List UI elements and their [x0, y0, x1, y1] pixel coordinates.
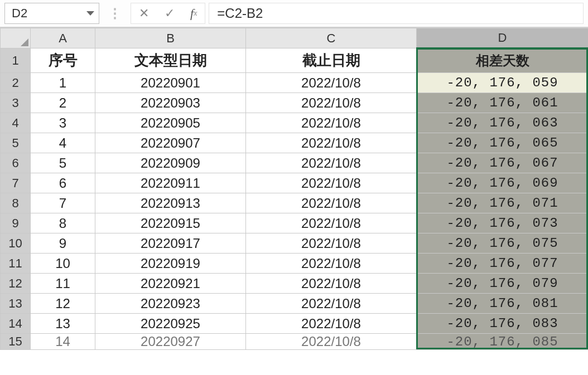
- cell-A8[interactable]: 7: [31, 193, 95, 213]
- col-header-A[interactable]: A: [31, 28, 95, 48]
- cell-B12[interactable]: 20220921: [95, 274, 246, 294]
- cell-B9[interactable]: 20220915: [95, 213, 246, 233]
- cell-B10[interactable]: 20220917: [95, 233, 246, 254]
- cell-A14[interactable]: 13: [31, 314, 95, 334]
- formula-bar: D2 ⋮ ✕ ✓ fx =C2-B2: [0, 0, 588, 28]
- cell-A15[interactable]: 14: [31, 334, 95, 350]
- cell-C8[interactable]: 2022/10/8: [246, 193, 417, 213]
- cell-B6[interactable]: 20220909: [95, 153, 246, 173]
- cell-D3[interactable]: -20, 176, 061: [417, 93, 589, 113]
- cell-D4[interactable]: -20, 176, 063: [417, 113, 589, 133]
- cell-B1[interactable]: 文本型日期: [95, 48, 246, 73]
- col-header-B[interactable]: B: [95, 28, 246, 48]
- select-all-corner[interactable]: [1, 28, 31, 48]
- row-header-3[interactable]: 3: [1, 93, 31, 113]
- cell-A9[interactable]: 8: [31, 213, 95, 233]
- cell-C3[interactable]: 2022/10/8: [246, 93, 417, 113]
- cell-C14[interactable]: 2022/10/8: [246, 314, 417, 334]
- cell-D9[interactable]: -20, 176, 073: [417, 213, 589, 233]
- cell-B2[interactable]: 20220901: [95, 73, 246, 93]
- cell-A5[interactable]: 4: [31, 133, 95, 153]
- row-header-10[interactable]: 10: [1, 233, 31, 254]
- cell-C15[interactable]: 2022/10/8: [246, 334, 417, 350]
- cell-D15[interactable]: -20, 176, 085: [417, 334, 589, 350]
- cell-A3[interactable]: 2: [31, 93, 95, 113]
- fx-icon[interactable]: fx: [190, 7, 197, 20]
- cell-B5[interactable]: 20220907: [95, 133, 246, 153]
- row-header-6[interactable]: 6: [1, 153, 31, 173]
- row-header-13[interactable]: 13: [1, 294, 31, 314]
- cell-C4[interactable]: 2022/10/8: [246, 113, 417, 133]
- cell-D13[interactable]: -20, 176, 081: [417, 294, 589, 314]
- row-header-11[interactable]: 11: [1, 254, 31, 274]
- cell-C12[interactable]: 2022/10/8: [246, 274, 417, 294]
- row-header-7[interactable]: 7: [1, 173, 31, 193]
- cell-C6[interactable]: 2022/10/8: [246, 153, 417, 173]
- cell-C13[interactable]: 2022/10/8: [246, 294, 417, 314]
- row-header-15[interactable]: 15: [1, 334, 31, 350]
- cell-D5[interactable]: -20, 176, 065: [417, 133, 589, 153]
- cell-C1[interactable]: 截止日期: [246, 48, 417, 73]
- cell-D10[interactable]: -20, 176, 075: [417, 233, 589, 254]
- row-header-12[interactable]: 12: [1, 274, 31, 294]
- cell-A4[interactable]: 3: [31, 113, 95, 133]
- name-box-value: D2: [12, 6, 27, 21]
- cell-C2[interactable]: 2022/10/8: [246, 73, 417, 93]
- cell-C5[interactable]: 2022/10/8: [246, 133, 417, 153]
- cell-B15[interactable]: 20220927: [95, 334, 246, 350]
- cell-A13[interactable]: 12: [31, 294, 95, 314]
- cell-B8[interactable]: 20220913: [95, 193, 246, 213]
- cell-C7[interactable]: 2022/10/8: [246, 173, 417, 193]
- col-header-D[interactable]: D: [417, 28, 589, 48]
- cell-A6[interactable]: 5: [31, 153, 95, 173]
- cell-D8[interactable]: -20, 176, 071: [417, 193, 589, 213]
- row-header-1[interactable]: 1: [1, 48, 31, 73]
- cell-B11[interactable]: 20220919: [95, 254, 246, 274]
- cell-D12[interactable]: -20, 176, 079: [417, 274, 589, 294]
- cell-D2[interactable]: -20, 176, 059: [417, 73, 589, 93]
- col-header-C[interactable]: C: [246, 28, 417, 48]
- formula-text: =C2-B2: [217, 6, 263, 21]
- cancel-icon[interactable]: ✕: [139, 7, 149, 20]
- cell-B4[interactable]: 20220905: [95, 113, 246, 133]
- cell-B14[interactable]: 20220925: [95, 314, 246, 334]
- cell-B13[interactable]: 20220923: [95, 294, 246, 314]
- cell-D6[interactable]: -20, 176, 067: [417, 153, 589, 173]
- formula-bar-buttons: ✕ ✓ fx: [131, 3, 205, 24]
- formula-bar-separator: ⋮: [103, 6, 127, 21]
- cell-C9[interactable]: 2022/10/8: [246, 213, 417, 233]
- formula-input[interactable]: =C2-B2: [209, 3, 584, 24]
- row-header-5[interactable]: 5: [1, 133, 31, 153]
- row-header-9[interactable]: 9: [1, 213, 31, 233]
- name-box[interactable]: D2: [4, 3, 99, 24]
- row-header-4[interactable]: 4: [1, 113, 31, 133]
- cell-B3[interactable]: 20220903: [95, 93, 246, 113]
- cell-B7[interactable]: 20220911: [95, 173, 246, 193]
- row-header-8[interactable]: 8: [1, 193, 31, 213]
- cell-D1[interactable]: 相差天数: [417, 48, 589, 73]
- row-header-2[interactable]: 2: [1, 73, 31, 93]
- accept-icon[interactable]: ✓: [165, 7, 175, 20]
- cell-A7[interactable]: 6: [31, 173, 95, 193]
- cell-A11[interactable]: 10: [31, 254, 95, 274]
- cell-A10[interactable]: 9: [31, 233, 95, 254]
- cell-D11[interactable]: -20, 176, 077: [417, 254, 589, 274]
- cell-A1[interactable]: 序号: [31, 48, 95, 73]
- cell-A12[interactable]: 11: [31, 274, 95, 294]
- cell-C11[interactable]: 2022/10/8: [246, 254, 417, 274]
- cell-A2[interactable]: 1: [31, 73, 95, 93]
- name-box-dropdown-icon[interactable]: [86, 11, 94, 16]
- cell-D7[interactable]: -20, 176, 069: [417, 173, 589, 193]
- spreadsheet-grid[interactable]: A B C D 1序号文本型日期截止日期相差天数21202209012022/1…: [0, 28, 588, 350]
- cell-D14[interactable]: -20, 176, 083: [417, 314, 589, 334]
- cell-C10[interactable]: 2022/10/8: [246, 233, 417, 254]
- row-header-14[interactable]: 14: [1, 314, 31, 334]
